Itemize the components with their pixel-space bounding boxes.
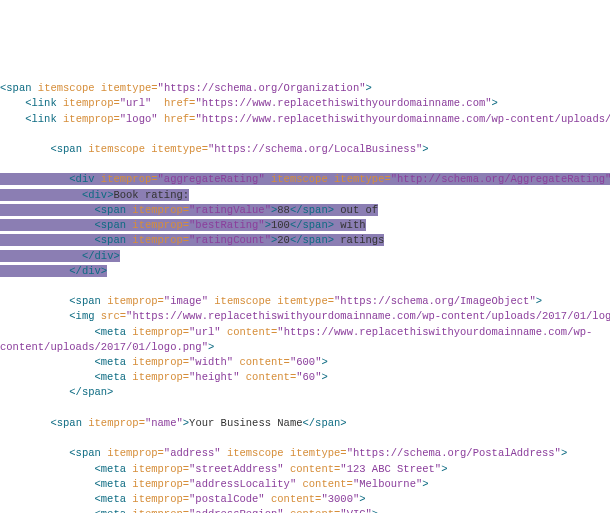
code-line: <meta itemprop="addressRegion" content="…	[0, 508, 378, 513]
code-line: <meta itemprop="height" content="60">	[0, 371, 328, 383]
code-line	[0, 280, 6, 292]
code-line: <link itemprop="logo" href="https://www.…	[0, 113, 610, 125]
code-line: <meta itemprop="url" content="https://ww…	[0, 326, 592, 338]
highlighted-block: <div itemprop="aggregateRating" itemscop…	[0, 173, 610, 276]
code-line: </span>	[0, 386, 113, 398]
code-line: <meta itemprop="addressLocality" content…	[0, 478, 429, 490]
code-line: <span itemprop="name">Your Business Name…	[0, 417, 347, 429]
code-line: <span itemprop="image" itemscope itemtyp…	[0, 295, 542, 307]
code-line: <span itemprop="address" itemscope itemt…	[0, 447, 567, 459]
code-line	[0, 158, 6, 170]
code-line: <link itemprop="url" href="https://www.r…	[0, 97, 498, 109]
code-line	[0, 128, 6, 140]
code-line	[0, 402, 6, 414]
code-line: <meta itemprop="postalCode" content="300…	[0, 493, 366, 505]
code-line: content/uploads/2017/01/logo.png">	[0, 341, 214, 353]
code-line	[0, 432, 6, 444]
code-line: <span itemscope itemtype="https://schema…	[0, 143, 429, 155]
code-line: <span itemscope itemtype="https://schema…	[0, 82, 372, 94]
code-line: <img src="https://www.replacethiswithyou…	[0, 310, 610, 322]
code-line: <meta itemprop="streetAddress" content="…	[0, 463, 447, 475]
code-block: <span itemscope itemtype="https://schema…	[0, 66, 610, 513]
code-line: <meta itemprop="width" content="600">	[0, 356, 328, 368]
selection-highlight: <div itemprop="aggregateRating" itemscop…	[0, 173, 610, 185]
